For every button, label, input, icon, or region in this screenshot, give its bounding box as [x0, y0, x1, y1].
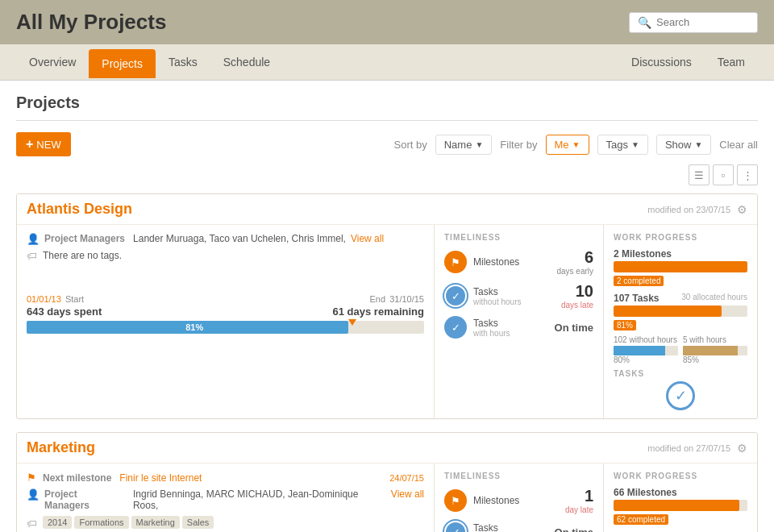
wp-milestones-bar-marketing — [614, 500, 747, 511]
nav-item-team[interactable]: Team — [705, 44, 758, 80]
project-card-marketing: Marketing modified on 27/07/15 ⚙ ⚑ Next … — [16, 432, 758, 532]
managers-row-marketing: 👤 Project Managers Ingrid Benninga, MARC… — [27, 488, 424, 511]
nav-item-discussions[interactable]: Discussions — [618, 44, 705, 80]
tag-icon-atlantis: 🏷 — [27, 250, 38, 262]
project-info-marketing: ⚑ Next milestone Finir le site Internet … — [17, 463, 435, 532]
timeliness-marketing: TIMELINESS ⚑ Milestones 1 day late ✓ Tas… — [435, 463, 604, 532]
clear-all-link[interactable]: Clear all — [719, 139, 758, 151]
next-milestone-label: Next milestone — [43, 472, 111, 484]
timeliness-tasks1-marketing: ✓ Tasks without hours On time — [444, 521, 593, 532]
progress-pct-atlantis: 81% — [185, 321, 203, 334]
show-dropdown[interactable]: Show ▼ — [656, 135, 711, 155]
nav-item-overview[interactable]: Overview — [16, 44, 89, 80]
t-label-tasks1-atlantis: Tasks without hours — [473, 286, 555, 306]
gear-icon-marketing[interactable]: ⚙ — [737, 442, 747, 455]
project-header-atlantis: Atlantis Design modified on 23/07/15 ⚙ — [17, 194, 757, 225]
chart-view-icon[interactable]: ▫ — [713, 164, 734, 185]
wp-tasks-bar-atlantis — [614, 305, 747, 317]
nav-bar: Overview Projects Tasks Schedule Discuss… — [0, 44, 774, 81]
tags-row-atlantis: 🏷 There are no tags. — [27, 250, 424, 262]
tasks1-num-atlantis: 10 — [576, 282, 593, 300]
filter-label: Filter by — [500, 139, 537, 151]
search-input[interactable] — [656, 16, 745, 28]
progress-bar-atlantis: 81% — [27, 321, 424, 334]
tasks1-sub-atlantis: days late — [561, 301, 593, 310]
tags-dropdown[interactable]: Tags ▼ — [597, 135, 648, 155]
filter-value: Me — [555, 139, 569, 151]
sort-value: Name — [444, 139, 472, 151]
project-body-atlantis: 👤 Project Managers Lander Muruaga, Taco … — [17, 225, 757, 418]
tag-icon-marketing: 🏷 — [27, 517, 38, 530]
page-header-title: All My Projects — [16, 10, 166, 35]
managers-names-atlantis: Lander Muruaga, Taco van Uchelen, Chris … — [133, 233, 346, 244]
sort-dropdown[interactable]: Name ▼ — [435, 135, 493, 155]
timeliness-tasks2-atlantis: ✓ Tasks with hours On time — [444, 316, 593, 339]
t-label-tasks2-atlantis: Tasks with hours — [473, 318, 548, 338]
wp-milestones-label-marketing: 66 Milestones — [614, 487, 747, 498]
project-info-atlantis: 👤 Project Managers Lander Muruaga, Taco … — [17, 225, 435, 418]
tag-formations: Formations — [74, 516, 128, 529]
nav-item-projects[interactable]: Projects — [89, 49, 156, 78]
project-name-atlantis[interactable]: Atlantis Design — [27, 201, 132, 218]
project-meta-atlantis: modified on 23/07/15 ⚙ — [647, 203, 747, 216]
nav-item-schedule[interactable]: Schedule — [210, 44, 283, 80]
check-icon2-atlantis: ✓ — [444, 316, 467, 339]
tasks-section-atlantis: TASKS ✓ — [614, 369, 747, 410]
flag-icon-atlantis: ⚑ — [444, 251, 467, 273]
tasks-circle-atlantis: ✓ — [666, 381, 695, 410]
t-value-milestones-atlantis: 6 days early — [556, 248, 593, 276]
managers-label-marketing: Project Managers — [44, 488, 125, 511]
search-icon: 🔍 — [638, 16, 651, 29]
managers-row-atlantis: 👤 Project Managers Lander Muruaga, Taco … — [27, 233, 424, 245]
tag-2014: 2014 — [43, 516, 72, 529]
view-all-link-atlantis[interactable]: View all — [351, 233, 384, 244]
no-tags-atlantis: There are no tags. — [43, 250, 122, 261]
t-value-tasks2-atlantis: On time — [555, 322, 593, 334]
timeliness-tasks1-atlantis: ✓ Tasks without hours 10 days late — [444, 282, 593, 310]
nav-right: Discussions Team — [618, 44, 758, 80]
filter-arrow-icon: ▼ — [572, 140, 580, 149]
t-value-tasks1-marketing: On time — [555, 526, 593, 533]
project-header-marketing: Marketing modified on 27/07/15 ⚙ — [17, 433, 757, 463]
t-value-tasks1-atlantis: 10 days late — [561, 282, 593, 310]
wp-milestones-bar-atlantis — [614, 261, 747, 272]
flag-icon-m: ⚑ — [444, 489, 467, 512]
progress-marker-atlantis — [348, 319, 356, 326]
days-spent-atlantis: 643 days spent — [27, 305, 102, 318]
wp-tasks-allocated-atlantis: 30 allocated hours — [681, 293, 747, 304]
tags-label: Tags — [606, 139, 628, 151]
wp-tasks-header-atlantis: 107 Tasks 30 allocated hours — [614, 293, 747, 304]
toolbar: + NEW Sort by Name ▼ Filter by Me ▼ Tags… — [16, 132, 758, 156]
timeliness-title-atlantis: TIMELINESS — [444, 233, 593, 242]
new-button[interactable]: + NEW — [16, 132, 71, 156]
grid-view-icon[interactable]: ⋮ — [737, 164, 758, 185]
wp-milestones-label-atlantis: 2 Milestones — [614, 248, 747, 260]
wp-milestones-marketing: 66 Milestones 62 completed — [614, 487, 747, 525]
project-body-marketing: ⚑ Next milestone Finir le site Internet … — [17, 463, 757, 532]
gear-icon-atlantis[interactable]: ⚙ — [737, 203, 747, 216]
progress-info-atlantis: 643 days spent 61 days remaining — [27, 305, 424, 318]
end-date-atlantis: End 31/10/15 — [370, 294, 424, 304]
view-all-link-marketing[interactable]: View all — [391, 488, 424, 500]
wp-milestones-fill-atlantis — [614, 261, 747, 272]
show-arrow-icon: ▼ — [694, 140, 702, 149]
project-name-marketing[interactable]: Marketing — [27, 439, 95, 456]
sort-label: Sort by — [394, 139, 427, 151]
milestone-date: 24/07/15 — [389, 473, 424, 483]
wp-sub2-atlantis: 5 with hours 85% — [683, 335, 747, 364]
wp-milestones-fill-marketing — [614, 500, 739, 511]
milestones-num-atlantis: 6 — [585, 248, 593, 266]
tag-sales: Sales — [182, 516, 214, 529]
person-icon-marketing: 👤 — [27, 488, 40, 501]
project-card-atlantis: Atlantis Design modified on 23/07/15 ⚙ 👤… — [16, 193, 758, 419]
wp-milestones-atlantis: 2 Milestones 2 completed — [614, 248, 747, 286]
plus-icon: + — [26, 137, 33, 152]
filter-me-dropdown[interactable]: Me ▼ — [546, 135, 589, 155]
search-box: 🔍 — [629, 12, 758, 33]
nav-item-tasks[interactable]: Tasks — [156, 44, 210, 80]
t-value-milestones-marketing: 1 day late — [565, 487, 593, 514]
page-title: Projects — [16, 94, 758, 121]
next-milestone-link[interactable]: Finir le site Internet — [119, 472, 385, 484]
toolbar-left: + NEW — [16, 132, 71, 156]
list-view-icon[interactable]: ☰ — [689, 164, 710, 185]
